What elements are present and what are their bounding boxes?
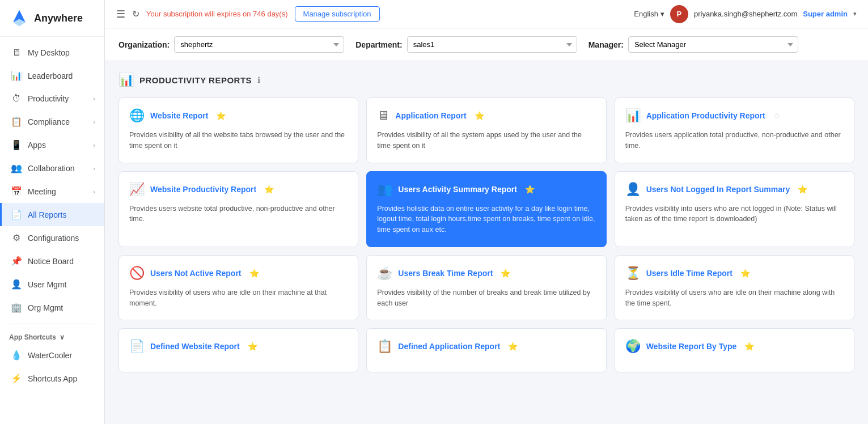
card-header: 📄 Defined Website Report ⭐ <box>129 339 348 354</box>
sidebar-item-label: Org Mgmt <box>28 303 63 312</box>
section-header: 📊 PRODUCTIVITY REPORTS ℹ <box>118 73 854 87</box>
star-icon: ⭐ <box>248 342 257 351</box>
report-card-application-report[interactable]: 🖥 Application Report ⭐ Provides visibili… <box>366 97 606 163</box>
language-label: English <box>634 10 658 18</box>
card-title: Application Report <box>395 111 466 120</box>
star-icon: ⭐ <box>508 342 518 351</box>
report-card-users-activity-summary[interactable]: 👥 Users Activity Summary Report ⭐ Provid… <box>366 171 606 247</box>
star-icon: ⭐ <box>798 185 807 194</box>
app-name: Anywhere <box>34 12 83 24</box>
sidebar-item-label: WaterCooler <box>28 351 72 360</box>
sidebar-item-productivity[interactable]: ⏱ Productivity › <box>0 87 104 110</box>
org-select[interactable]: shephertz <box>174 36 344 53</box>
star-icon: ⭐ <box>475 111 484 120</box>
chevron-down-icon: ∨ <box>60 333 65 341</box>
hamburger-menu-icon[interactable]: ☰ <box>116 8 125 20</box>
sidebar-item-label: User Mgmt <box>28 280 66 289</box>
user-menu-chevron-icon[interactable]: ▾ <box>853 10 857 18</box>
card-header: 🖥 Application Report ⭐ <box>377 108 595 123</box>
topbar: ☰ ↻ Your subscription will expires on 74… <box>105 0 868 28</box>
app-logo: Anywhere <box>0 0 104 37</box>
app-shortcuts-section[interactable]: App Shortcuts ∨ <box>0 329 104 344</box>
card-header: ☕ Users Break Time Report ⭐ <box>377 266 595 281</box>
card-description: Provides visibility of all the system ap… <box>377 130 595 151</box>
compliance-icon: 📋 <box>11 116 22 127</box>
card-title: Application Productivity Report <box>646 111 765 120</box>
dept-select[interactable]: sales1 <box>407 36 577 53</box>
manager-filter: Manager: Select Manager <box>588 36 798 53</box>
dept-filter-label: Department: <box>355 40 402 49</box>
manager-select[interactable]: Select Manager <box>628 36 798 53</box>
org-filter-label: Organization: <box>118 40 170 49</box>
sidebar-item-my-desktop[interactable]: 🖥 My Desktop <box>0 41 104 64</box>
nav-menu: 🖥 My Desktop 📊 Leaderboard ⏱ Productivit… <box>0 37 104 424</box>
language-selector[interactable]: English ▾ <box>634 10 664 18</box>
chevron-down-icon: ▾ <box>660 10 664 18</box>
user-mgmt-icon: 👤 <box>11 279 22 290</box>
org-filter: Organization: shephertz <box>118 36 344 53</box>
sidebar-item-shortcuts-app[interactable]: ⚡ Shortcuts App <box>0 367 104 390</box>
manage-subscription-button[interactable]: Manage subscription <box>295 6 380 22</box>
card-title: Website Report <box>150 111 208 120</box>
report-card-defined-website-report[interactable]: 📄 Defined Website Report ⭐ <box>118 328 358 372</box>
chevron-right-icon: › <box>93 118 95 125</box>
report-card-defined-application-report[interactable]: 📋 Defined Application Report ⭐ <box>366 328 606 372</box>
sidebar-item-configurations[interactable]: ⚙ Configurations <box>0 226 104 249</box>
report-card-users-break-time[interactable]: ☕ Users Break Time Report ⭐ Provides vis… <box>366 255 606 321</box>
sidebar-item-all-reports[interactable]: 📄 All Reports <box>0 203 104 226</box>
empty-star-icon: ☆ <box>773 111 781 120</box>
doc-icon: 📄 <box>129 339 145 354</box>
report-card-users-not-logged-in[interactable]: 👤 Users Not Logged In Report Summary ⭐ P… <box>615 171 854 247</box>
sidebar-item-label: Notice Board <box>28 257 74 266</box>
refresh-icon[interactable]: ↻ <box>132 9 139 19</box>
filters-bar: Organization: shephertz Department: sale… <box>105 28 868 61</box>
star-icon: ⭐ <box>525 185 535 194</box>
manager-filter-label: Manager: <box>588 40 624 49</box>
card-description: Provides visibility of users who are idl… <box>129 287 348 309</box>
user-icon: 👤 <box>625 182 641 197</box>
report-card-website-report-by-type[interactable]: 🌍 Website Report By Type ⭐ <box>615 328 854 372</box>
card-description: Provides holistic data on entire user ac… <box>377 203 595 235</box>
meeting-icon: 📅 <box>11 186 22 197</box>
sidebar-item-leaderboard[interactable]: 📊 Leaderboard <box>0 64 104 87</box>
sidebar-item-collaboration[interactable]: 👥 Collaboration › <box>0 156 104 180</box>
topbar-right: English ▾ P priyanka.singh@shephertz.com… <box>634 5 857 23</box>
report-card-users-idle-time[interactable]: ⏳ Users Idle Time Report ⭐ Provides visi… <box>615 255 854 321</box>
card-header: 📊 Application Productivity Report ☆ <box>625 108 844 123</box>
card-description: Provides users website total productive,… <box>129 203 348 225</box>
app-shortcuts-label: App Shortcuts <box>9 333 56 341</box>
collaboration-icon: 👥 <box>11 163 22 173</box>
card-description: Provides visibility of users who are idl… <box>625 287 844 309</box>
card-header: ⏳ Users Idle Time Report ⭐ <box>625 266 844 281</box>
report-card-website-productivity-report[interactable]: 📈 Website Productivity Report ⭐ Provides… <box>118 171 358 247</box>
card-header: 📋 Defined Application Report ⭐ <box>377 339 595 354</box>
card-header: 🌍 Website Report By Type ⭐ <box>625 339 844 354</box>
org-mgmt-icon: 🏢 <box>11 302 22 313</box>
desktop-icon: 🖥 <box>11 48 22 58</box>
sidebar-item-apps[interactable]: 📱 Apps › <box>0 133 104 156</box>
main-content: ☰ ↻ Your subscription will expires on 74… <box>105 0 868 424</box>
card-title: Website Report By Type <box>646 342 737 351</box>
sidebar-item-watercooler[interactable]: 💧 WaterCooler <box>0 344 104 367</box>
card-title: Users Activity Summary Report <box>398 185 517 194</box>
report-card-website-report[interactable]: 🌐 Website Report ⭐ Provides visibility o… <box>118 97 358 163</box>
sidebar-item-org-mgmt[interactable]: 🏢 Org Mgmt <box>0 296 104 319</box>
report-card-users-not-active[interactable]: 🚫 Users Not Active Report ⭐ Provides vis… <box>118 255 358 321</box>
sidebar-item-label: Configurations <box>28 234 79 243</box>
card-header: 🚫 Users Not Active Report ⭐ <box>129 266 348 281</box>
card-title: Users Break Time Report <box>398 269 493 278</box>
chart-icon: 📊 <box>625 108 641 123</box>
sidebar-item-compliance[interactable]: 📋 Compliance › <box>0 110 104 133</box>
subscription-warning: Your subscription will expires on 746 da… <box>146 10 288 18</box>
card-description: Provides visibility of all the website t… <box>129 130 348 151</box>
report-card-app-productivity-report[interactable]: 📊 Application Productivity Report ☆ Prov… <box>615 97 854 163</box>
star-icon: ⭐ <box>744 342 754 351</box>
sidebar-item-label: Meeting <box>28 187 56 196</box>
card-description: Provides users application total product… <box>625 130 844 151</box>
sidebar-item-user-mgmt[interactable]: 👤 User Mgmt <box>0 273 104 296</box>
card-title: Users Not Logged In Report Summary <box>646 185 790 194</box>
sidebar-item-notice-board[interactable]: 📌 Notice Board <box>0 249 104 273</box>
card-title: Users Not Active Report <box>150 269 242 278</box>
monitor-icon: 🖥 <box>377 108 389 123</box>
sidebar-item-meeting[interactable]: 📅 Meeting › <box>0 180 104 203</box>
